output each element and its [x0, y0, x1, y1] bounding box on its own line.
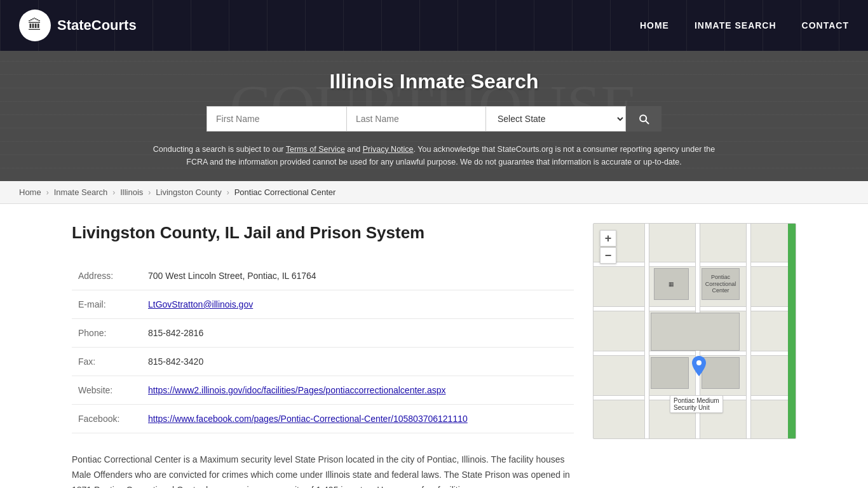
- search-button[interactable]: [626, 106, 661, 132]
- map-controls: + −: [600, 230, 616, 264]
- location-pin-icon: [692, 356, 706, 376]
- website-value: https://www2.illinois.gov/idoc/facilitie…: [142, 376, 574, 405]
- nav-links: HOME INMATE SEARCH CONTACT: [640, 20, 849, 30]
- top-navigation: 🏛 StateCourts HOME INMATE SEARCH CONTACT: [0, 0, 868, 51]
- table-row: Facebook: https://www.facebook.com/pages…: [72, 405, 574, 433]
- first-name-input[interactable]: [207, 106, 346, 132]
- last-name-input[interactable]: [346, 106, 486, 132]
- table-row: Website: https://www2.illinois.gov/idoc/…: [72, 376, 574, 405]
- logo-text: StateCourts: [57, 17, 137, 34]
- address-label: Address:: [72, 262, 142, 290]
- facebook-value: https://www.facebook.com/pages/Pontiac-C…: [142, 405, 574, 433]
- nav-link-inmate-search[interactable]: INMATE SEARCH: [695, 20, 776, 30]
- table-row: Fax: 815-842-3420: [72, 348, 574, 376]
- breadcrumb-illinois[interactable]: Illinois: [120, 187, 143, 197]
- facebook-link[interactable]: https://www.facebook.com/pages/Pontiac-C…: [148, 414, 468, 424]
- map-pin: [692, 356, 706, 378]
- table-row: Address: 700 West Lincoln Street, Pontia…: [72, 262, 574, 290]
- svg-point-0: [696, 360, 702, 365]
- search-bar: Select State Alabama Alaska Arizona Illi…: [0, 106, 868, 132]
- phone-label: Phone:: [72, 319, 142, 348]
- logo-area[interactable]: 🏛 StateCourts: [19, 10, 137, 41]
- breadcrumb-sep-4: ›: [227, 188, 229, 197]
- description-text: Pontiac Correctional Center is a Maximum…: [72, 452, 574, 488]
- fax-label: Fax:: [72, 348, 142, 376]
- table-row: E-mail: LtGovStratton@illinois.gov: [72, 290, 574, 319]
- nav-link-home[interactable]: HOME: [640, 20, 669, 30]
- map-container[interactable]: ▦ Pontiac CorrectionalCenter + −: [593, 223, 796, 439]
- content-area: Livingston County, IL Jail and Prison Sy…: [72, 223, 574, 488]
- page-heading: Livingston County, IL Jail and Prison Sy…: [72, 223, 574, 243]
- breadcrumb-inmate-search[interactable]: Inmate Search: [54, 187, 108, 197]
- email-label: E-mail:: [72, 290, 142, 319]
- breadcrumb-sep-1: ›: [46, 188, 49, 197]
- breadcrumb: Home › Inmate Search › Illinois › Living…: [0, 181, 868, 204]
- website-link[interactable]: https://www2.illinois.gov/idoc/facilitie…: [148, 385, 445, 395]
- hero-title: Illinois Inmate Search: [0, 70, 868, 93]
- phone-value: 815-842-2816: [142, 319, 574, 348]
- breadcrumb-sep-2: ›: [112, 188, 115, 197]
- search-icon: [637, 112, 650, 125]
- terms-link[interactable]: Terms of Service: [286, 145, 345, 154]
- map-area: ▦ Pontiac CorrectionalCenter + −: [593, 223, 796, 488]
- address-value: 700 West Lincoln Street, Pontiac, IL 617…: [142, 262, 574, 290]
- breadcrumb-current: Pontiac Correctional Center: [234, 187, 336, 197]
- nav-link-contact[interactable]: CONTACT: [802, 20, 849, 30]
- fax-value: 815-842-3420: [142, 348, 574, 376]
- breadcrumb-county[interactable]: Livingston County: [156, 187, 221, 197]
- email-link[interactable]: LtGovStratton@illinois.gov: [148, 299, 253, 309]
- facility-info-table: Address: 700 West Lincoln Street, Pontia…: [72, 262, 574, 433]
- logo-icon: 🏛: [19, 10, 51, 41]
- privacy-link[interactable]: Privacy Notice: [363, 145, 414, 154]
- main-container: Livingston County, IL Jail and Prison Sy…: [53, 204, 815, 488]
- table-row: Phone: 815-842-2816: [72, 319, 574, 348]
- hero-section: Illinois Inmate Search Select State Alab…: [0, 51, 868, 181]
- facebook-label: Facebook:: [72, 405, 142, 433]
- map-zoom-in[interactable]: +: [600, 230, 616, 247]
- state-select[interactable]: Select State Alabama Alaska Arizona Illi…: [486, 106, 626, 132]
- map-green-strip: [788, 224, 796, 438]
- disclaimer-text: Conducting a search is subject to our Te…: [148, 143, 720, 168]
- breadcrumb-home[interactable]: Home: [19, 187, 41, 197]
- website-label: Website:: [72, 376, 142, 405]
- map-label-medium-security: Pontiac MediumSecurity Unit: [670, 395, 723, 413]
- email-value: LtGovStratton@illinois.gov: [142, 290, 574, 319]
- map-zoom-out[interactable]: −: [600, 247, 616, 264]
- breadcrumb-sep-3: ›: [148, 188, 151, 197]
